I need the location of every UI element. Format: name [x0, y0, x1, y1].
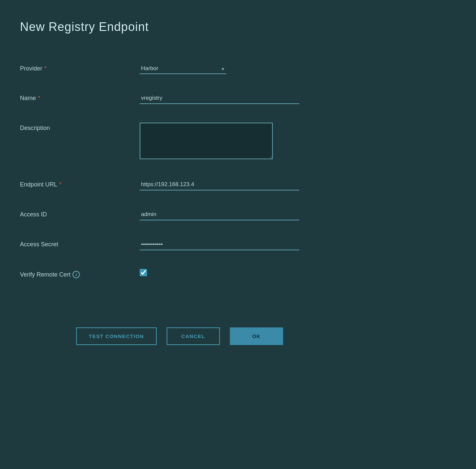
verify-remote-cert-checkbox[interactable]: [140, 269, 147, 276]
name-required: *: [38, 95, 40, 102]
endpoint-url-label: Endpoint URL *: [20, 179, 140, 188]
description-row: Description: [20, 113, 339, 170]
provider-label: Provider *: [20, 63, 140, 72]
endpoint-url-row: Endpoint URL *: [20, 170, 339, 200]
access-id-row: Access ID: [20, 200, 339, 230]
verify-remote-cert-control: [140, 269, 339, 276]
provider-required: *: [44, 65, 47, 72]
endpoint-url-required: *: [59, 181, 62, 188]
access-secret-row: Access Secret: [20, 230, 339, 260]
provider-select[interactable]: Harbor Docker Hub AWS ECR Azure ACR Goog…: [140, 63, 226, 74]
footer-buttons: TEST CONNECTION CANCEL OK: [20, 314, 339, 345]
endpoint-url-input[interactable]: [140, 179, 299, 190]
name-control: [140, 93, 339, 104]
provider-select-wrapper: Harbor Docker Hub AWS ECR Azure ACR Goog…: [140, 63, 226, 74]
description-textarea[interactable]: [140, 123, 273, 159]
name-label: Name *: [20, 93, 140, 102]
access-id-control: [140, 209, 339, 220]
new-registry-endpoint-dialog: New Registry Endpoint Provider * Harbor …: [0, 0, 366, 372]
name-input[interactable]: [140, 93, 299, 104]
ok-button[interactable]: OK: [230, 327, 283, 345]
name-row: Name *: [20, 83, 339, 113]
verify-remote-cert-row: Verify Remote Cert i: [20, 260, 339, 288]
description-control: [140, 123, 339, 161]
cancel-button[interactable]: CANCEL: [167, 327, 220, 345]
provider-row: Provider * Harbor Docker Hub AWS ECR Azu…: [20, 54, 339, 83]
verify-remote-cert-info-icon: i: [73, 271, 80, 278]
access-secret-label: Access Secret: [20, 239, 140, 248]
provider-control: Harbor Docker Hub AWS ECR Azure ACR Goog…: [140, 63, 339, 74]
access-secret-control: [140, 239, 339, 250]
form-body: Provider * Harbor Docker Hub AWS ECR Azu…: [20, 54, 339, 288]
verify-remote-cert-label: Verify Remote Cert i: [20, 269, 140, 278]
test-connection-button[interactable]: TEST CONNECTION: [76, 327, 157, 345]
access-id-input[interactable]: [140, 209, 299, 220]
access-secret-input[interactable]: [140, 239, 299, 250]
endpoint-url-control: [140, 179, 339, 190]
dialog-title: New Registry Endpoint: [20, 20, 339, 34]
description-label: Description: [20, 123, 140, 132]
access-id-label: Access ID: [20, 209, 140, 218]
